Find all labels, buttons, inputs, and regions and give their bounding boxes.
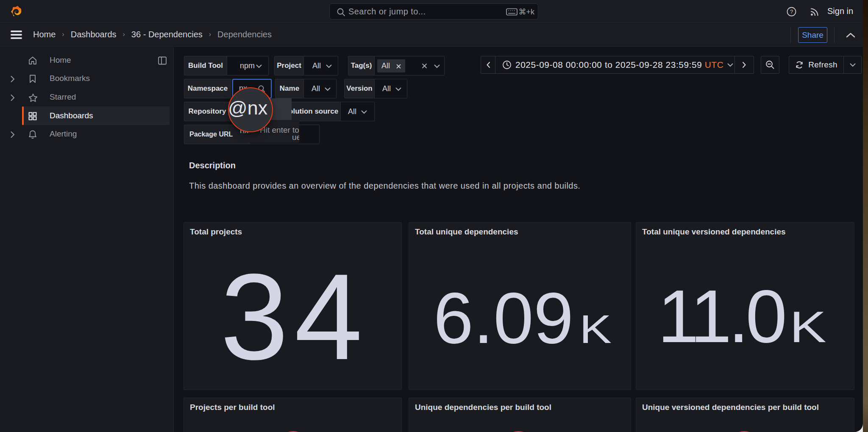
svg-text:?: ? xyxy=(790,8,793,15)
